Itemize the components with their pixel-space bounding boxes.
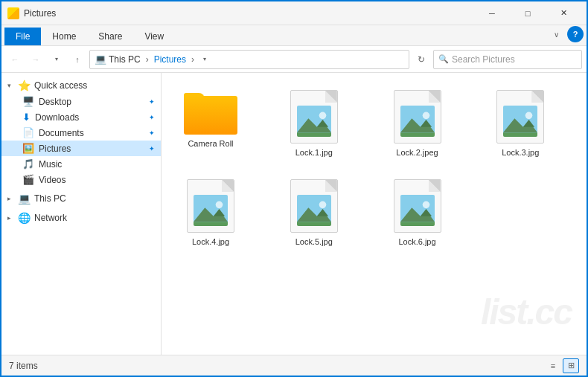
- quick-access-header[interactable]: ▾ ⭐ Quick access: [1, 77, 161, 94]
- file-item-lock1[interactable]: Lock.1.jpg: [277, 85, 351, 162]
- search-box[interactable]: 🔍 Search Pictures: [433, 50, 582, 69]
- tab-view[interactable]: View: [133, 28, 175, 45]
- file-item-lock2[interactable]: Lock.2.jpeg: [380, 85, 455, 162]
- path-pictures: Pictures: [154, 54, 186, 65]
- sidebar-label-downloads: Downloads: [35, 112, 79, 123]
- img-icon-lock5: [290, 179, 338, 233]
- recent-button[interactable]: ▾: [48, 51, 65, 68]
- music-icon: 🎵: [22, 158, 34, 170]
- window-controls: ─ □ ✕: [475, 3, 581, 24]
- close-icon: ✕: [560, 8, 567, 18]
- status-bar: 7 items ≡ ⊞: [1, 355, 587, 376]
- tab-home[interactable]: Home: [41, 28, 87, 45]
- ribbon-collapse-button[interactable]: ∨: [548, 26, 564, 42]
- close-button[interactable]: ✕: [546, 3, 581, 24]
- svg-point-9: [525, 112, 533, 120]
- quick-access-section: ▾ ⭐ Quick access 🖥️ Desktop ✦ ⬇ Download…: [1, 77, 161, 187]
- network-section: ▸ 🌐 Network: [1, 210, 161, 226]
- pin-icon-documents: ✦: [149, 129, 155, 137]
- img-icon-lock3: [496, 90, 544, 144]
- back-icon: ←: [11, 55, 19, 64]
- icon-view-button[interactable]: ⊞: [563, 358, 579, 373]
- help-icon: ?: [573, 30, 578, 39]
- sidebar-item-desktop[interactable]: 🖥️ Desktop ✦: [1, 94, 161, 109]
- svg-point-5: [422, 112, 429, 120]
- file-name-lock3: Lock.3.jpg: [502, 148, 539, 157]
- window-title: Pictures: [24, 8, 475, 19]
- chevron-icon: ▾: [55, 56, 58, 62]
- pin-icon-desktop: ✦: [149, 98, 155, 106]
- tab-file[interactable]: File: [4, 28, 41, 45]
- explorer-window: Pictures ─ □ ✕ File Home Share View: [0, 0, 588, 377]
- videos-icon: 🎬: [22, 174, 34, 185]
- address-dropdown-button[interactable]: ▾: [196, 51, 213, 68]
- maximize-icon: □: [525, 9, 531, 18]
- maximize-button[interactable]: □: [511, 3, 545, 24]
- minimize-icon: ─: [489, 9, 495, 18]
- sidebar-label-documents: Documents: [39, 128, 84, 138]
- network-header[interactable]: ▸ 🌐 Network: [1, 210, 161, 226]
- sidebar-label-pictures: Pictures: [39, 144, 71, 154]
- sidebar: ▾ ⭐ Quick access 🖥️ Desktop ✦ ⬇ Download…: [1, 73, 162, 355]
- sidebar-item-music[interactable]: 🎵 Music: [1, 156, 161, 172]
- img-icon-lock6: [394, 179, 441, 233]
- sidebar-label-music: Music: [39, 159, 62, 170]
- pictures-icon: 🖼️: [22, 143, 34, 154]
- help-button[interactable]: ?: [567, 26, 584, 42]
- forward-button[interactable]: →: [27, 51, 45, 68]
- pin-icon-pictures: ✦: [149, 145, 155, 152]
- list-view-button[interactable]: ≡: [545, 358, 561, 373]
- refresh-icon: ↻: [418, 54, 425, 65]
- search-icon: 🔍: [438, 54, 449, 64]
- item-count: 7 items: [9, 361, 38, 371]
- network-label: Network: [34, 213, 67, 223]
- star-icon: ⭐: [18, 80, 31, 91]
- minimize-button[interactable]: ─: [475, 3, 509, 24]
- documents-icon: 📄: [22, 127, 34, 138]
- downloads-icon: ⬇: [22, 112, 31, 123]
- ribbon-tabs: File Home Share View ∨ ?: [1, 25, 587, 46]
- title-icon: [7, 7, 19, 19]
- thispc-section: ▸ 💻 This PC: [1, 190, 161, 207]
- collapse-icon: ▾: [7, 82, 15, 89]
- ribbon-right: ∨ ?: [548, 26, 584, 45]
- thispc-label: This PC: [34, 193, 66, 204]
- address-path[interactable]: 💻This PC › Pictures › ▾: [89, 50, 409, 69]
- img-icon-lock2: [394, 90, 441, 144]
- up-button[interactable]: ↑: [68, 51, 86, 68]
- svg-point-21: [422, 202, 429, 209]
- tab-share[interactable]: Share: [87, 28, 133, 45]
- file-item-lock5[interactable]: Lock.5.jpg: [277, 174, 351, 251]
- thispc-icon: 💻: [18, 193, 31, 204]
- img-icon-lock1: [290, 90, 338, 144]
- svg-point-13: [216, 202, 223, 209]
- content-area: list.cc Camera Roll: [162, 73, 587, 355]
- folder-icon-camera-roll: [184, 90, 237, 135]
- list-view-icon: ≡: [551, 361, 555, 370]
- sidebar-item-downloads[interactable]: ⬇ Downloads ✦: [1, 109, 161, 125]
- refresh-button[interactable]: ↻: [412, 51, 430, 68]
- path-this-pc: 💻This PC: [95, 54, 141, 65]
- svg-point-17: [319, 202, 326, 209]
- file-item-camera-roll[interactable]: Camera Roll: [173, 85, 248, 162]
- sidebar-item-videos[interactable]: 🎬 Videos: [1, 172, 161, 187]
- icon-view-icon: ⊞: [568, 361, 575, 370]
- file-name-lock5: Lock.5.jpg: [295, 237, 333, 246]
- file-item-lock3[interactable]: Lock.3.jpg: [483, 85, 557, 162]
- chevron-down-icon: ∨: [554, 30, 559, 39]
- file-item-lock6[interactable]: Lock.6.jpg: [380, 174, 455, 251]
- file-name-camera-roll: Camera Roll: [188, 139, 233, 148]
- watermark: list.cc: [481, 291, 572, 332]
- forward-icon: →: [32, 55, 40, 64]
- sidebar-label-desktop: Desktop: [39, 97, 71, 107]
- title-bar: Pictures ─ □ ✕: [1, 1, 587, 25]
- file-name-lock2: Lock.2.jpeg: [396, 148, 438, 157]
- sidebar-item-documents[interactable]: 📄 Documents ✦: [1, 125, 161, 141]
- thispc-header[interactable]: ▸ 💻 This PC: [1, 190, 161, 207]
- back-button[interactable]: ←: [6, 51, 24, 68]
- sidebar-item-pictures[interactable]: 🖼️ Pictures ✦: [1, 141, 161, 156]
- sidebar-label-videos: Videos: [39, 175, 65, 185]
- file-name-lock1: Lock.1.jpg: [295, 148, 333, 157]
- search-placeholder: Search Pictures: [452, 54, 515, 65]
- file-item-lock4[interactable]: Lock.4.jpg: [173, 174, 248, 251]
